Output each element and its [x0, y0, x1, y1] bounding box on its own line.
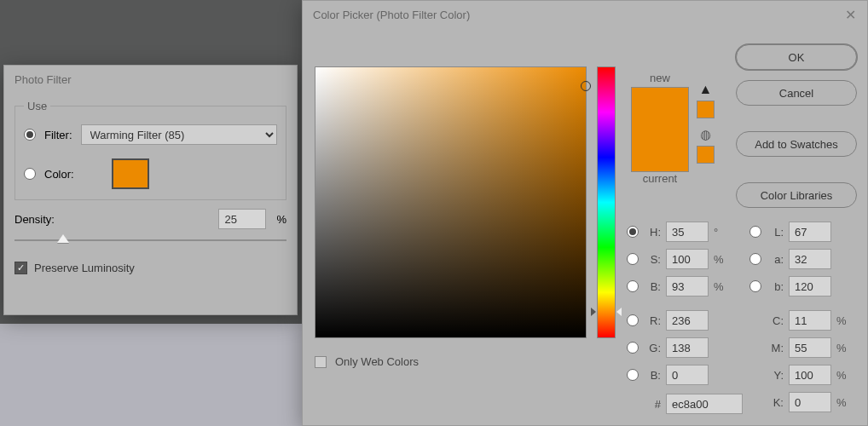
h-radio[interactable]: [627, 226, 639, 238]
color-radio[interactable]: [24, 168, 36, 180]
cancel-button[interactable]: Cancel: [736, 80, 857, 106]
density-label: Density:: [14, 213, 55, 226]
blab-input[interactable]: [789, 276, 831, 296]
density-unit: %: [276, 213, 286, 226]
hue-slider[interactable]: [597, 66, 616, 338]
current-label: current: [631, 172, 689, 185]
preserve-luminosity-label: Preserve Luminosity: [34, 262, 135, 274]
gamut-swatch[interactable]: [697, 101, 715, 118]
brgb-input[interactable]: [666, 365, 709, 385]
only-web-colors-checkbox[interactable]: [315, 356, 327, 368]
only-web-colors-label: Only Web Colors: [335, 355, 419, 368]
new-label: new: [631, 72, 689, 84]
bhsb-input[interactable]: [666, 276, 709, 296]
a-input[interactable]: [789, 249, 831, 269]
a-radio[interactable]: [749, 253, 761, 265]
color-picker-title: Color Picker (Photo Filter Color): [313, 9, 470, 21]
color-picker-dialog: Color Picker (Photo Filter Color) ✕ new …: [302, 0, 868, 426]
s-label: S:: [644, 253, 661, 266]
photo-filter-title: Photo Filter: [4, 66, 297, 93]
m-label: M:: [767, 342, 784, 354]
a-label: a:: [767, 253, 784, 266]
c-input[interactable]: [789, 310, 831, 331]
c-unit: %: [836, 314, 848, 327]
color-libraries-button[interactable]: Color Libraries: [736, 182, 857, 208]
color-label: Color:: [44, 168, 74, 181]
l-radio[interactable]: [749, 226, 761, 238]
m-unit: %: [836, 342, 848, 354]
s-unit: %: [714, 253, 726, 266]
l-input[interactable]: [789, 222, 831, 242]
current-color-swatch[interactable]: [632, 130, 688, 171]
use-legend: Use: [24, 100, 50, 112]
brgb-label: B:: [644, 369, 661, 382]
h-label: H:: [644, 226, 661, 239]
r-label: R:: [644, 314, 661, 327]
density-input[interactable]: [218, 209, 266, 229]
gamut-warning-icon[interactable]: ▲: [699, 82, 713, 97]
hue-arrow-left-icon: [591, 308, 596, 316]
k-label: K:: [767, 396, 784, 409]
preserve-luminosity-checkbox[interactable]: ✓: [14, 262, 27, 274]
color-preview: new current: [631, 72, 689, 187]
websafe-warning-icon[interactable]: ◍: [700, 127, 711, 142]
websafe-swatch[interactable]: [697, 146, 715, 164]
h-input[interactable]: [666, 222, 709, 242]
l-label: L:: [767, 226, 784, 239]
g-label: G:: [644, 342, 661, 354]
r-input[interactable]: [666, 310, 709, 331]
sv-cursor-icon: [581, 81, 591, 91]
close-icon[interactable]: ✕: [843, 9, 857, 22]
use-fieldset: Use Filter: Warming Filter (85) Color:: [14, 100, 286, 200]
hex-label: #: [644, 398, 661, 411]
g-radio[interactable]: [627, 342, 639, 354]
filter-select[interactable]: Warming Filter (85): [81, 124, 278, 145]
y-input[interactable]: [789, 365, 831, 385]
saturation-value-field[interactable]: [315, 66, 587, 338]
hex-input[interactable]: [666, 394, 743, 414]
blab-label: b:: [767, 280, 784, 293]
new-color-swatch: [632, 88, 688, 130]
bhsb-label: B:: [644, 280, 661, 293]
m-input[interactable]: [789, 337, 831, 358]
k-input[interactable]: [789, 392, 831, 412]
y-unit: %: [836, 369, 848, 382]
hue-arrow-right-icon: [616, 308, 622, 316]
density-slider[interactable]: [14, 234, 286, 246]
g-input[interactable]: [666, 337, 709, 358]
bhsb-radio[interactable]: [627, 280, 639, 292]
color-swatch[interactable]: [112, 158, 149, 189]
photo-filter-dialog: Photo Filter Use Filter: Warming Filter …: [3, 65, 298, 315]
filter-label: Filter:: [44, 129, 72, 141]
bhsb-unit: %: [714, 280, 726, 293]
c-label: C:: [767, 314, 784, 327]
blab-radio[interactable]: [749, 280, 761, 292]
y-label: Y:: [767, 369, 784, 382]
h-unit: °: [714, 226, 726, 239]
s-radio[interactable]: [627, 253, 639, 265]
k-unit: %: [836, 396, 848, 409]
r-radio[interactable]: [627, 314, 639, 326]
brgb-radio[interactable]: [627, 369, 639, 381]
add-to-swatches-button[interactable]: Add to Swatches: [736, 131, 857, 157]
s-input[interactable]: [666, 249, 709, 269]
filter-radio[interactable]: [24, 129, 36, 141]
ok-button[interactable]: OK: [736, 44, 857, 70]
